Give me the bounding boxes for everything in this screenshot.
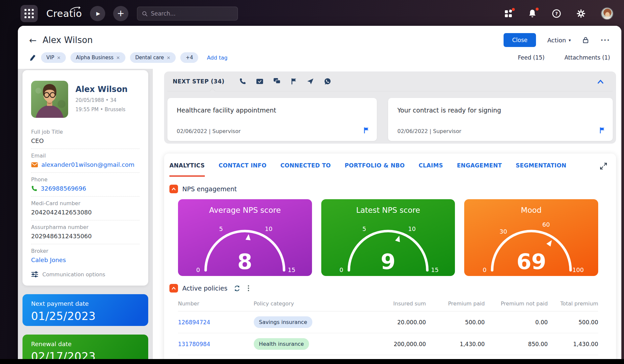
tag-pill[interactable]: Dental care× <box>130 52 176 63</box>
gauge-title: Latest NPS score <box>321 206 455 214</box>
nps-section-title: NPS engagement <box>182 185 237 193</box>
column-header[interactable]: Policy category <box>254 295 359 311</box>
policy-number-link[interactable]: 131780984 <box>178 333 254 355</box>
tag-label: Dental care <box>135 55 164 61</box>
flag-icon[interactable] <box>600 127 605 135</box>
help-icon[interactable]: ? <box>552 9 561 18</box>
tag-pill[interactable]: Alpha Business× <box>70 52 125 63</box>
email-send-icon[interactable] <box>256 78 263 84</box>
task-title: Your contract is ready for signing <box>397 107 603 114</box>
remove-tag-icon[interactable]: × <box>167 55 171 60</box>
back-arrow-icon[interactable]: ← <box>29 36 37 45</box>
contact-local-time: 19:55 PM • Brussels <box>75 107 128 113</box>
feed-link[interactable]: Feed (15) <box>518 54 545 61</box>
policy-number-link[interactable]: 126894724 <box>178 311 254 333</box>
add-tag-link[interactable]: Add tag <box>207 55 227 61</box>
tag-pill[interactable]: +4 <box>180 52 198 63</box>
policy-category-cell: Savings insurance <box>254 311 359 333</box>
field-value[interactable]: Caleb Jones <box>31 256 140 263</box>
tab-segmentation[interactable]: SEGMENTATION <box>516 162 566 177</box>
remove-tag-icon[interactable]: × <box>57 55 61 60</box>
marketplace-apps-icon[interactable] <box>504 9 513 18</box>
chat-icon[interactable] <box>273 78 281 85</box>
svg-text:5: 5 <box>219 225 223 232</box>
next-payment-card[interactable]: Next payment date 01/25/2023 <box>22 294 148 326</box>
tab-portfolio-nbo[interactable]: PORTFOLIO & NBO <box>345 162 405 177</box>
column-header[interactable]: Premium paid <box>426 295 485 311</box>
settings-gear-icon[interactable] <box>576 9 586 18</box>
table-row[interactable]: 126894724Savings insurance20.000.00500.0… <box>178 311 598 333</box>
tab-analytics[interactable]: ANALYTICS <box>169 162 205 177</box>
nps-section-header: NPS engagement <box>169 185 616 193</box>
flag-icon[interactable] <box>364 127 369 135</box>
more-options-icon[interactable]: ··· <box>601 36 610 44</box>
gauge-chart: 0510159 <box>334 214 443 276</box>
collapse-section-icon[interactable] <box>169 284 178 293</box>
flag-icon[interactable] <box>291 78 297 85</box>
next-step-card[interactable]: Your contract is ready for signing 02/06… <box>388 98 613 141</box>
action-dropdown[interactable]: Action ▾ <box>547 37 571 44</box>
field-value[interactable]: alexander01wilson@gmail.com <box>31 161 140 168</box>
collapse-next-step-icon[interactable] <box>596 78 605 87</box>
notification-dot <box>536 8 539 11</box>
field-value-text: Caleb Jones <box>31 256 66 263</box>
field-label: Assurpharma number <box>31 224 140 230</box>
field-value-text: alexander01wilson@gmail.com <box>41 161 134 168</box>
lock-icon[interactable] <box>582 36 589 44</box>
creatio-logo[interactable]: Creatio <box>46 8 82 19</box>
processes-button[interactable]: ▶ <box>90 6 105 21</box>
column-header[interactable]: Number <box>178 295 254 311</box>
search-input[interactable] <box>151 10 233 17</box>
attachments-link[interactable]: Attachments (1) <box>564 54 610 61</box>
column-header[interactable]: Premium not paid <box>485 295 548 311</box>
total-premium-cell: 500.00 <box>548 311 598 333</box>
column-header[interactable]: Insured sum <box>359 295 426 311</box>
premium-not-paid-cell: 0.00 <box>485 311 548 333</box>
tab-engagement[interactable]: ENGAGEMENT <box>457 162 502 177</box>
user-avatar[interactable] <box>601 7 613 20</box>
next-step-card[interactable]: Healthcare facility appointment 02/06/20… <box>167 98 377 141</box>
more-options-icon[interactable] <box>246 285 251 292</box>
profile-field: Medi-Card number2042042412653080 <box>31 197 140 220</box>
column-header[interactable]: Total premium <box>548 295 598 311</box>
whatsapp-icon[interactable] <box>324 78 331 85</box>
remove-tag-icon[interactable]: × <box>116 55 120 60</box>
tab-connected-to[interactable]: CONNECTED TO <box>281 162 331 177</box>
field-label: Medi-Card number <box>31 200 140 206</box>
svg-text:0: 0 <box>483 266 486 273</box>
gauge-card: Latest NPS score0510159 <box>321 199 455 276</box>
global-search[interactable] <box>137 7 238 21</box>
tab-contact-info[interactable]: CONTACT INFO <box>219 162 267 177</box>
quick-add-button[interactable]: + <box>113 6 128 21</box>
next-payment-label: Next payment date <box>31 300 140 307</box>
svg-text:5: 5 <box>362 225 366 232</box>
table-header-row: NumberPolicy categoryInsured sumPremium … <box>178 295 598 311</box>
next-step-panel: NEXT STEP (34) Healthcare facility ap <box>164 71 616 144</box>
record-page-window: ← Alex Wilson Close Action ▾ ··· VIP×Alp… <box>18 26 621 364</box>
profile-field: Phone326988569696 <box>31 173 140 197</box>
tag-pill[interactable]: VIP× <box>41 52 66 63</box>
close-button[interactable]: Close <box>504 33 536 47</box>
topbar-actions: ? <box>504 7 613 20</box>
collapse-section-icon[interactable] <box>169 185 178 193</box>
mail-icon <box>31 162 38 167</box>
notification-dot <box>512 8 515 11</box>
policies-section-title: Active policies <box>182 285 227 292</box>
call-icon[interactable] <box>239 78 246 85</box>
notifications-bell-icon[interactable] <box>528 9 537 18</box>
telegram-send-icon[interactable] <box>307 78 314 85</box>
field-value[interactable]: 326988569696 <box>31 185 140 192</box>
refresh-icon[interactable] <box>234 285 241 292</box>
contact-photo[interactable] <box>31 81 68 118</box>
table-row[interactable]: 131780984Health insurance200,000.001,430… <box>178 333 598 355</box>
edit-tags-pencil-icon[interactable] <box>29 54 36 61</box>
communication-options-button[interactable]: Communication options <box>31 271 140 278</box>
tabs-bar: ANALYTICSCONTACT INFOCONNECTED TOPORTFOL… <box>164 154 616 177</box>
field-label: Broker <box>31 248 140 254</box>
field-value-text: 326988569696 <box>41 185 86 192</box>
tab-claims[interactable]: CLAIMS <box>419 162 443 177</box>
nps-gauges: Average NPS score0510158Latest NPS score… <box>178 199 598 276</box>
bottom-bar <box>0 359 624 364</box>
app-launcher-icon[interactable] <box>21 5 38 22</box>
expand-icon[interactable] <box>600 162 607 171</box>
